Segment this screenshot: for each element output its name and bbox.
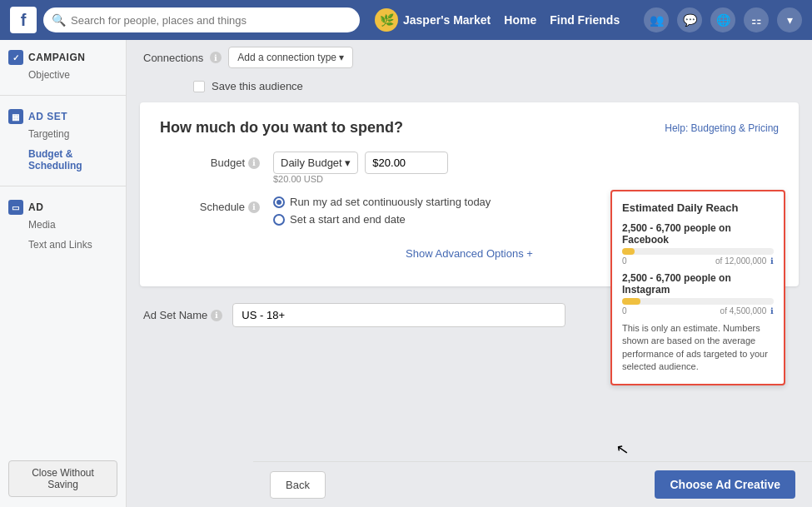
add-connection-button[interactable]: Add a connection type ▾ [228,47,353,68]
connections-label: Connections [143,52,203,64]
facebook-reach-range: 0 of 12,000,000 ℹ [622,256,774,266]
home-link[interactable]: Home [504,13,536,27]
instagram-reach-bar [622,298,640,305]
facebook-logo: f [10,7,37,33]
search-bar[interactable]: 🔍 [43,7,360,32]
save-audience-label: Save this audience [212,80,303,92]
sidebar-divider-2 [0,186,126,186]
profile-icon: 🌿 [375,8,398,32]
sidebar-item-budget-scheduling[interactable]: Budget & Scheduling [8,144,117,176]
budget-controls: Daily Budget ▾ $20.00 USD [273,152,448,184]
sidebar: ✓ CAMPAIGN Objective ▦ AD SET Targeting … [0,40,127,507]
sidebar-divider-1 [0,95,126,96]
adset-name-label: Ad Set Name ℹ [143,309,222,321]
estimated-reach-box: Estimated Daily Reach 2,500 - 6,700 peop… [610,190,785,385]
profile-name[interactable]: Jasper's Market [403,13,491,27]
reach-title: Estimated Daily Reach [622,201,774,214]
reach-note: This is only an estimate. Numbers shown … [622,322,774,374]
instagram-range-end: of 4,500,000 ℹ [720,306,774,316]
section-title: How much do you want to spend? [160,119,403,137]
ad-section: ▭ AD Media Text and Links [0,190,126,261]
adset-title: ▦ AD SET [8,109,117,124]
instagram-reach-range: 0 of 4,500,000 ℹ [622,306,774,316]
connections-row: Connections ℹ Add a connection type ▾ [127,40,812,75]
top-nav: f 🔍 🌿 Jasper's Market Home Find Friends … [0,0,812,40]
schedule-label: Schedule ℹ [160,196,260,213]
bottom-bar: Back ↖ Choose Ad Creative [253,461,812,507]
daily-budget-dropdown[interactable]: Daily Budget ▾ [273,152,358,174]
budget-form-controls: Daily Budget ▾ [273,152,448,174]
facebook-reach-bar-container [622,248,774,255]
save-audience-row: Save this audience [127,75,812,102]
adset-section: ▦ AD SET Targeting Budget & Scheduling [0,99,126,182]
adset-name-input[interactable] [232,303,565,327]
instagram-reach-label: 2,500 - 6,700 people on Instagram [622,272,774,296]
help-link[interactable]: Help: Budgeting & Pricing [665,122,779,134]
campaign-icon: ✓ [8,50,23,65]
schedule-info-icon[interactable]: ℹ [248,201,260,213]
globe-icon-btn[interactable]: 🌐 [710,7,735,32]
facebook-range-start: 0 [622,256,627,266]
facebook-range-end: of 12,000,000 ℹ [715,256,774,266]
radio-custom[interactable] [273,214,285,226]
schedule-options: Run my ad set continuously starting toda… [273,196,491,226]
facebook-reach-label: 2,500 - 6,700 people on Facebook [622,222,774,246]
save-audience-checkbox[interactable] [193,81,205,92]
budget-label: Budget ℹ [160,152,260,169]
content-area: Connections ℹ Add a connection type ▾ Sa… [127,40,812,507]
main-layout: ✓ CAMPAIGN Objective ▦ AD SET Targeting … [0,40,812,507]
budget-info-icon[interactable]: ℹ [248,157,260,169]
people-icon-btn[interactable]: 👥 [644,7,669,32]
choose-ad-creative-button[interactable]: Choose Ad Creative [655,470,795,499]
budget-note: $20.00 USD [273,174,448,184]
facebook-info-icon[interactable]: ℹ [770,256,774,266]
facebook-reach-bar [622,248,635,255]
nav-links: 🌿 Jasper's Market Home Find Friends [375,8,620,32]
find-friends-link[interactable]: Find Friends [550,13,620,27]
back-button[interactable]: Back [270,471,326,499]
campaign-section: ✓ CAMPAIGN Objective [0,40,126,92]
nav-icons: 👥 💬 🌐 ⚏ ▾ [644,7,802,32]
ad-icon: ▭ [8,200,23,215]
chat-icon-btn[interactable]: 💬 [677,7,702,32]
instagram-info-icon[interactable]: ℹ [770,306,774,316]
campaign-title: ✓ CAMPAIGN [8,50,117,65]
instagram-range-start: 0 [622,306,627,316]
instagram-reach-bar-container [622,298,774,305]
search-icon: 🔍 [52,13,66,27]
schedule-option-continuous[interactable]: Run my ad set continuously starting toda… [273,196,491,208]
adset-name-info-icon[interactable]: ℹ [211,310,222,321]
chevron-down-icon-btn[interactable]: ▾ [777,7,802,32]
sidebar-item-objective[interactable]: Objective [8,65,117,85]
nav-profile[interactable]: 🌿 Jasper's Market [375,8,491,32]
adset-icon: ▦ [8,109,23,124]
close-without-saving-button[interactable]: Close Without Saving [8,460,117,497]
schedule-option-custom[interactable]: Set a start and end date [273,213,491,226]
connections-info-icon[interactable]: ℹ [210,52,222,63]
sidebar-item-text-links[interactable]: Text and Links [8,235,117,255]
sidebar-item-media[interactable]: Media [8,215,117,235]
grid-icon-btn[interactable]: ⚏ [744,7,769,32]
ad-title: ▭ AD [8,200,117,215]
cursor: ↖ [615,440,630,460]
section-header: How much do you want to spend? Help: Bud… [160,119,779,137]
search-input[interactable] [71,14,351,27]
budget-amount-input[interactable] [365,152,448,174]
budget-row: Budget ℹ Daily Budget ▾ $20.00 USD [160,152,779,184]
sidebar-item-targeting[interactable]: Targeting [8,124,117,144]
radio-continuous[interactable] [273,196,285,208]
